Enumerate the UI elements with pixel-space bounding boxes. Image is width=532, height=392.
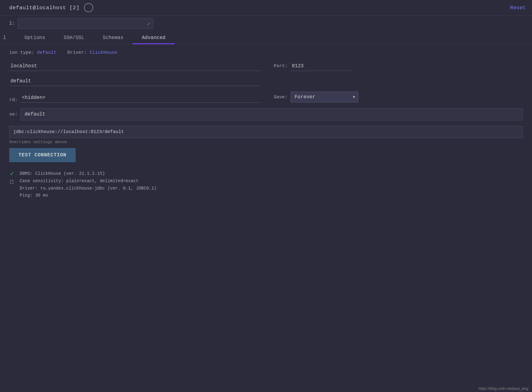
save-select-wrapper: Forever Session Never bbox=[291, 92, 358, 103]
driver-value: ClickHouse bbox=[89, 50, 117, 55]
jdbc-url-input[interactable] bbox=[9, 126, 523, 138]
result-section: ✓ 🗋 DBMS: ClickHouse (ver. 21.1.2.15) Ca… bbox=[0, 165, 532, 204]
result-text: DBMS: ClickHouse (ver. 21.1.2.15) Case s… bbox=[20, 170, 157, 199]
result-icons: ✓ 🗋 bbox=[9, 170, 15, 185]
form-section: Port: rd: Save: Forever Session Never bbox=[0, 58, 532, 165]
database-label: se: bbox=[9, 112, 18, 117]
save-select[interactable]: Forever Session Never bbox=[291, 92, 358, 103]
name-input-wrapper: ⤢ bbox=[18, 18, 153, 29]
tab-schemas[interactable]: Schemas bbox=[93, 31, 133, 44]
host-field-wrapper bbox=[9, 61, 261, 71]
expand-icon[interactable]: ⤢ bbox=[147, 21, 151, 26]
user-row bbox=[9, 76, 523, 86]
tab-options[interactable]: Options bbox=[15, 31, 54, 44]
tab-advanced[interactable]: Advanced bbox=[133, 31, 175, 44]
jdbc-url-section bbox=[9, 126, 523, 138]
port-group: Port: bbox=[274, 61, 352, 71]
database-row: se: bbox=[9, 108, 523, 120]
tab-general[interactable]: l bbox=[0, 31, 15, 44]
connection-info-row: ion type: default Driver: ClickHouse bbox=[0, 45, 532, 58]
connection-status-icon bbox=[84, 3, 93, 12]
save-label: Save: bbox=[274, 95, 288, 100]
password-left: rd: bbox=[9, 93, 261, 103]
host-port-row: Port: bbox=[9, 61, 523, 71]
user-input[interactable] bbox=[9, 76, 261, 86]
top-bar: default@localhost [2] Reset bbox=[0, 0, 532, 16]
check-icon: ✓ bbox=[10, 171, 14, 178]
name-row: l: ⤢ bbox=[0, 16, 532, 31]
connection-type-prefix: ion type: bbox=[9, 50, 34, 55]
name-input[interactable] bbox=[18, 18, 153, 29]
result-line-4: Ping: 30 ms bbox=[20, 192, 157, 199]
tab-sshssl[interactable]: SSH/SSL bbox=[54, 31, 93, 44]
test-connection-button[interactable]: TEST CONNECTION bbox=[9, 148, 76, 162]
password-label: rd: bbox=[9, 97, 18, 103]
host-input[interactable] bbox=[9, 61, 261, 71]
database-input-wrapper bbox=[21, 108, 523, 120]
password-input[interactable] bbox=[21, 93, 261, 103]
bottom-url: https://blog.csdn.net/java_ying bbox=[475, 385, 532, 392]
connection-type-value: default bbox=[37, 50, 56, 55]
connection-title: default@localhost [2] bbox=[9, 5, 80, 11]
result-line-3: Driver: ru.yandex.clickhouse-jdbc (ver. … bbox=[20, 185, 157, 192]
save-group: Save: Forever Session Never bbox=[274, 92, 358, 103]
top-bar-left: default@localhost [2] bbox=[9, 3, 93, 12]
doc-icon: 🗋 bbox=[9, 179, 15, 185]
port-label: Port: bbox=[274, 64, 288, 69]
reset-button[interactable]: Reset bbox=[510, 5, 526, 11]
name-label: l: bbox=[9, 21, 15, 26]
driver-prefix: Driver: bbox=[67, 50, 87, 55]
result-line-1: DBMS: ClickHouse (ver. 21.1.2.15) bbox=[20, 170, 157, 178]
tabs-row: l Options SSH/SSL Schemas Advanced bbox=[0, 31, 532, 45]
user-field-wrapper bbox=[9, 76, 261, 86]
database-input[interactable] bbox=[21, 108, 523, 120]
port-input[interactable] bbox=[291, 61, 352, 71]
overrides-text: Overrides settings above bbox=[9, 140, 523, 144]
password-row: rd: Save: Forever Session Never bbox=[9, 92, 523, 103]
result-line-2: Case sensitivity: plain=exact, delimited… bbox=[20, 178, 157, 185]
